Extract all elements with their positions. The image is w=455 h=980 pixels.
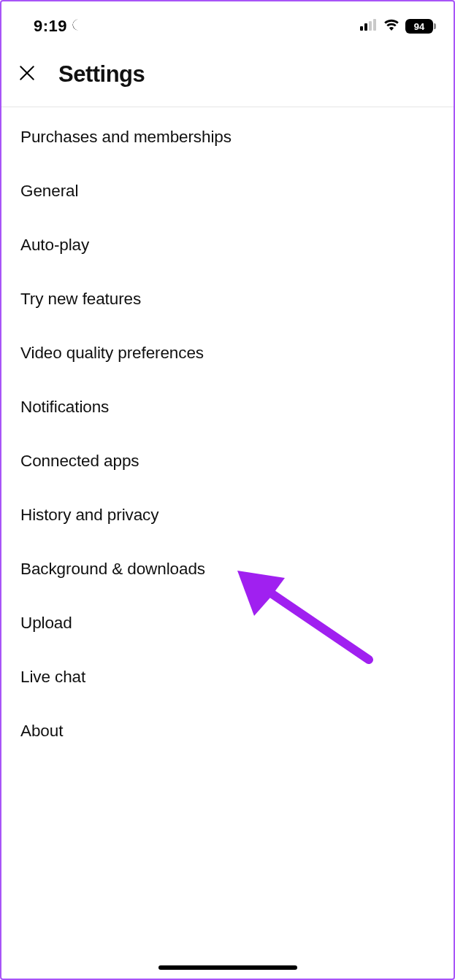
settings-item-label: Auto-play bbox=[20, 236, 89, 254]
battery-icon: 94 bbox=[405, 19, 433, 34]
settings-item-label: Live chat bbox=[20, 668, 85, 686]
page-title: Settings bbox=[58, 61, 145, 88]
close-button[interactable] bbox=[15, 62, 39, 87]
settings-item-label: History and privacy bbox=[20, 506, 158, 524]
settings-item-background-downloads[interactable]: Background & downloads bbox=[1, 542, 454, 596]
status-bar: 9:19 94 bbox=[1, 1, 454, 44]
settings-item-label: Video quality preferences bbox=[20, 344, 204, 362]
cellular-signal-icon bbox=[360, 19, 378, 34]
do-not-disturb-icon bbox=[72, 17, 85, 36]
settings-item-upload[interactable]: Upload bbox=[1, 596, 454, 650]
status-right: 94 bbox=[360, 19, 433, 34]
home-indicator[interactable] bbox=[158, 965, 297, 970]
status-left: 9:19 bbox=[34, 17, 85, 36]
settings-item-about[interactable]: About bbox=[1, 704, 454, 758]
svg-rect-3 bbox=[373, 19, 376, 31]
device-frame: 9:19 94 bbox=[0, 0, 455, 980]
settings-item-label: Notifications bbox=[20, 398, 109, 416]
settings-item-notifications[interactable]: Notifications bbox=[1, 380, 454, 434]
settings-item-label: Purchases and memberships bbox=[20, 128, 232, 146]
settings-item-history-privacy[interactable]: History and privacy bbox=[1, 488, 454, 542]
settings-item-label: General bbox=[20, 182, 78, 200]
settings-item-autoplay[interactable]: Auto-play bbox=[1, 218, 454, 272]
settings-list: Purchases and memberships General Auto-p… bbox=[1, 107, 454, 761]
settings-item-live-chat[interactable]: Live chat bbox=[1, 650, 454, 704]
settings-item-try-new[interactable]: Try new features bbox=[1, 272, 454, 326]
battery-level: 94 bbox=[414, 21, 424, 32]
settings-item-general[interactable]: General bbox=[1, 164, 454, 218]
settings-item-connected-apps[interactable]: Connected apps bbox=[1, 434, 454, 488]
svg-rect-0 bbox=[360, 26, 363, 31]
status-time: 9:19 bbox=[34, 17, 67, 36]
header: Settings bbox=[1, 44, 454, 107]
settings-item-label: Connected apps bbox=[20, 452, 139, 470]
svg-rect-2 bbox=[369, 21, 372, 31]
settings-item-label: Try new features bbox=[20, 290, 141, 308]
settings-item-label: Upload bbox=[20, 614, 72, 632]
settings-item-video-quality[interactable]: Video quality preferences bbox=[1, 326, 454, 380]
settings-item-label: About bbox=[20, 722, 63, 740]
settings-item-purchases[interactable]: Purchases and memberships bbox=[1, 110, 454, 164]
close-icon bbox=[16, 62, 38, 87]
svg-rect-1 bbox=[364, 23, 367, 31]
wifi-icon bbox=[383, 19, 399, 34]
settings-item-label: Background & downloads bbox=[20, 560, 205, 578]
